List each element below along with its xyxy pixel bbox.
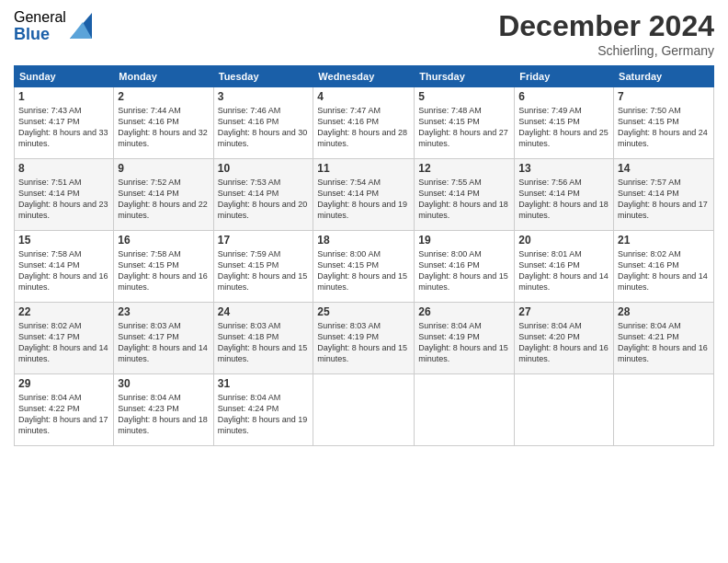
day-info: Sunrise: 7:48 AMSunset: 4:15 PMDaylight:…	[418, 105, 510, 150]
day-info: Sunrise: 7:52 AMSunset: 4:14 PMDaylight:…	[118, 177, 209, 222]
table-row: 7 Sunrise: 7:50 AMSunset: 4:15 PMDayligh…	[614, 87, 714, 159]
table-row: 23 Sunrise: 8:03 AMSunset: 4:17 PMDaylig…	[114, 303, 213, 374]
logo-general: General	[14, 9, 66, 26]
day-number: 26	[418, 305, 510, 318]
day-info: Sunrise: 8:02 AMSunset: 4:16 PMDaylight:…	[618, 248, 710, 293]
table-row: 12 Sunrise: 7:55 AMSunset: 4:14 PMDaylig…	[415, 159, 515, 231]
col-tuesday: Tuesday	[213, 66, 313, 87]
table-row: 21 Sunrise: 8:02 AMSunset: 4:16 PMDaylig…	[614, 231, 714, 303]
day-info: Sunrise: 8:00 AMSunset: 4:16 PMDaylight:…	[418, 248, 510, 293]
day-number: 6	[518, 90, 609, 103]
col-saturday: Saturday	[614, 66, 714, 87]
day-info: Sunrise: 7:44 AMSunset: 4:16 PMDaylight:…	[118, 105, 209, 150]
table-row	[614, 374, 714, 446]
table-row: 4 Sunrise: 7:47 AMSunset: 4:16 PMDayligh…	[313, 87, 415, 159]
col-monday: Monday	[114, 66, 213, 87]
table-row: 2 Sunrise: 7:44 AMSunset: 4:16 PMDayligh…	[114, 87, 213, 159]
table-row: 10 Sunrise: 7:53 AMSunset: 4:14 PMDaylig…	[213, 159, 313, 231]
table-row	[415, 374, 515, 446]
table-row: 16 Sunrise: 7:58 AMSunset: 4:15 PMDaylig…	[114, 231, 213, 303]
day-number: 14	[618, 162, 710, 175]
day-info: Sunrise: 7:56 AMSunset: 4:14 PMDaylight:…	[518, 177, 609, 222]
table-row: 18 Sunrise: 8:00 AMSunset: 4:15 PMDaylig…	[313, 231, 415, 303]
day-number: 17	[218, 234, 310, 247]
day-info: Sunrise: 7:53 AMSunset: 4:14 PMDaylight:…	[218, 177, 310, 222]
day-info: Sunrise: 8:04 AMSunset: 4:20 PMDaylight:…	[518, 320, 609, 365]
table-row: 30 Sunrise: 8:04 AMSunset: 4:23 PMDaylig…	[114, 374, 213, 446]
day-number: 16	[118, 234, 209, 247]
day-number: 20	[518, 234, 609, 247]
table-row: 22 Sunrise: 8:02 AMSunset: 4:17 PMDaylig…	[15, 303, 114, 374]
day-number: 19	[418, 234, 510, 247]
table-row: 28 Sunrise: 8:04 AMSunset: 4:21 PMDaylig…	[614, 303, 714, 374]
day-number: 29	[18, 377, 109, 390]
table-row	[515, 374, 614, 446]
day-info: Sunrise: 7:47 AMSunset: 4:16 PMDaylight:…	[317, 105, 410, 150]
day-info: Sunrise: 8:04 AMSunset: 4:23 PMDaylight:…	[118, 392, 209, 437]
day-info: Sunrise: 8:03 AMSunset: 4:17 PMDaylight:…	[118, 320, 209, 365]
day-info: Sunrise: 8:01 AMSunset: 4:16 PMDaylight:…	[518, 248, 609, 293]
day-number: 28	[618, 305, 710, 318]
day-info: Sunrise: 7:54 AMSunset: 4:14 PMDaylight:…	[317, 177, 410, 222]
day-info: Sunrise: 7:50 AMSunset: 4:15 PMDaylight:…	[618, 105, 710, 150]
day-info: Sunrise: 7:59 AMSunset: 4:15 PMDaylight:…	[218, 248, 310, 293]
table-row: 9 Sunrise: 7:52 AMSunset: 4:14 PMDayligh…	[114, 159, 213, 231]
table-row: 26 Sunrise: 8:04 AMSunset: 4:19 PMDaylig…	[415, 303, 515, 374]
day-number: 25	[317, 305, 410, 318]
day-number: 30	[118, 377, 209, 390]
day-info: Sunrise: 8:03 AMSunset: 4:19 PMDaylight:…	[317, 320, 410, 365]
day-number: 27	[518, 305, 609, 318]
day-number: 5	[418, 90, 510, 103]
day-number: 11	[317, 162, 410, 175]
table-row: 11 Sunrise: 7:54 AMSunset: 4:14 PMDaylig…	[313, 159, 415, 231]
day-info: Sunrise: 7:43 AMSunset: 4:17 PMDaylight:…	[18, 105, 109, 150]
table-row: 6 Sunrise: 7:49 AMSunset: 4:15 PMDayligh…	[515, 87, 614, 159]
day-info: Sunrise: 8:04 AMSunset: 4:21 PMDaylight:…	[618, 320, 710, 365]
day-info: Sunrise: 7:58 AMSunset: 4:14 PMDaylight:…	[18, 248, 109, 293]
day-number: 13	[518, 162, 609, 175]
logo: General Blue	[14, 9, 92, 43]
table-row: 31 Sunrise: 8:04 AMSunset: 4:24 PMDaylig…	[213, 374, 313, 446]
day-number: 8	[18, 162, 109, 175]
day-number: 9	[118, 162, 209, 175]
calendar-page: General Blue December 2024 Schierling, G…	[0, 0, 728, 563]
calendar-table: Sunday Monday Tuesday Wednesday Thursday…	[14, 65, 714, 446]
day-info: Sunrise: 7:46 AMSunset: 4:16 PMDaylight:…	[218, 105, 310, 150]
day-number: 1	[18, 90, 109, 103]
day-info: Sunrise: 7:51 AMSunset: 4:14 PMDaylight:…	[18, 177, 109, 222]
col-sunday: Sunday	[15, 66, 114, 87]
title-block: December 2024 Schierling, Germany	[498, 9, 714, 58]
day-number: 31	[218, 377, 310, 390]
day-number: 24	[218, 305, 310, 318]
day-info: Sunrise: 8:04 AMSunset: 4:22 PMDaylight:…	[18, 392, 109, 437]
day-info: Sunrise: 7:55 AMSunset: 4:14 PMDaylight:…	[418, 177, 510, 222]
logo-blue: Blue	[14, 26, 66, 44]
header: General Blue December 2024 Schierling, G…	[14, 9, 714, 58]
location: Schierling, Germany	[498, 43, 714, 58]
table-row: 3 Sunrise: 7:46 AMSunset: 4:16 PMDayligh…	[213, 87, 313, 159]
day-number: 2	[118, 90, 209, 103]
table-row: 14 Sunrise: 7:57 AMSunset: 4:14 PMDaylig…	[614, 159, 714, 231]
day-info: Sunrise: 7:58 AMSunset: 4:15 PMDaylight:…	[118, 248, 209, 293]
day-number: 7	[618, 90, 710, 103]
day-info: Sunrise: 7:49 AMSunset: 4:15 PMDaylight:…	[518, 105, 609, 150]
table-row: 5 Sunrise: 7:48 AMSunset: 4:15 PMDayligh…	[415, 87, 515, 159]
day-number: 3	[218, 90, 310, 103]
day-number: 18	[317, 234, 410, 247]
logo-text: General Blue	[14, 9, 66, 43]
day-info: Sunrise: 7:57 AMSunset: 4:14 PMDaylight:…	[618, 177, 710, 222]
logo-icon	[70, 13, 92, 39]
day-number: 22	[18, 305, 109, 318]
day-info: Sunrise: 8:02 AMSunset: 4:17 PMDaylight:…	[18, 320, 109, 365]
table-row: 25 Sunrise: 8:03 AMSunset: 4:19 PMDaylig…	[313, 303, 415, 374]
table-row: 24 Sunrise: 8:03 AMSunset: 4:18 PMDaylig…	[213, 303, 313, 374]
month-title: December 2024	[498, 9, 714, 43]
col-wednesday: Wednesday	[313, 66, 415, 87]
day-number: 4	[317, 90, 410, 103]
table-row: 15 Sunrise: 7:58 AMSunset: 4:14 PMDaylig…	[15, 231, 114, 303]
day-number: 23	[118, 305, 209, 318]
day-number: 12	[418, 162, 510, 175]
day-number: 10	[218, 162, 310, 175]
table-row: 8 Sunrise: 7:51 AMSunset: 4:14 PMDayligh…	[15, 159, 114, 231]
table-row: 19 Sunrise: 8:00 AMSunset: 4:16 PMDaylig…	[415, 231, 515, 303]
